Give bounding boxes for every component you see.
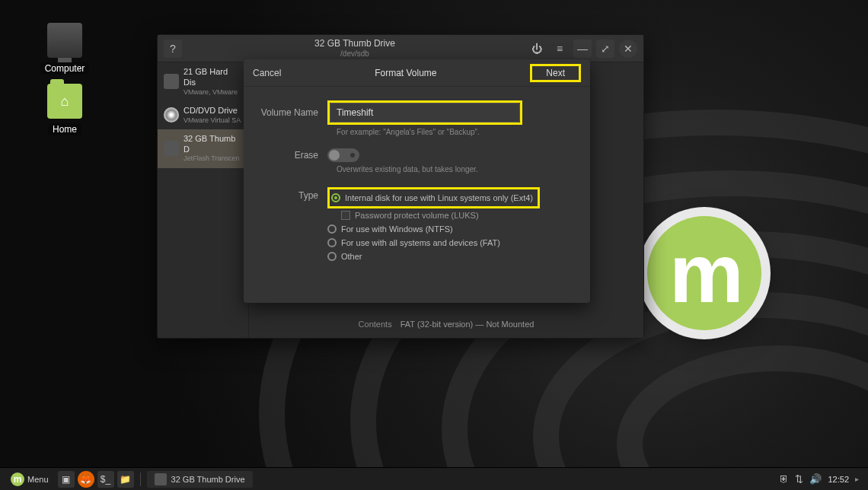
erase-hint: Overwrites existing data, but takes long…	[337, 165, 575, 173]
sound-tray-icon[interactable]: 🔊	[809, 473, 822, 485]
drive-icon	[155, 473, 167, 485]
checkbox-icon	[341, 211, 350, 220]
sidebar-item-harddisk[interactable]: 21 GB Hard Dis VMware, VMware	[158, 62, 248, 101]
radio-icon	[331, 193, 340, 202]
taskbar-task-disks[interactable]: 32 GB Thumb Drive	[147, 471, 253, 488]
help-icon[interactable]: ?	[164, 40, 182, 58]
type-label: Type	[259, 187, 327, 263]
checkbox-luks[interactable]: Password protect volume (LUKS)	[327, 208, 575, 222]
radio-fat[interactable]: For use with all systems and devices (FA…	[327, 236, 575, 250]
close-icon[interactable]: ✕	[619, 40, 637, 58]
network-tray-icon[interactable]: ⇅	[795, 473, 803, 485]
taskbar: m Menu ▣ 🦊 $_ 📁 32 GB Thumb Drive ⛨ ⇅ 🔊 …	[0, 467, 868, 490]
volume-name-label: Volume Name	[259, 107, 327, 118]
volume-name-hint: For example: "Angela's Files" or "Backup…	[337, 128, 575, 136]
folder-icon: ⌂	[47, 84, 82, 119]
mint-icon: m	[11, 473, 24, 486]
maximize-icon[interactable]: ⤢	[596, 40, 614, 58]
radio-icon	[327, 252, 337, 261]
erase-label: Erase	[259, 150, 327, 161]
cd-icon	[164, 107, 179, 123]
next-button[interactable]: Next	[534, 65, 577, 81]
computer-icon	[47, 23, 82, 58]
power-icon[interactable]: ⏻	[528, 40, 546, 58]
window-header: ? 32 GB Thumb Drive /dev/sdb ⏻ ≡ — ⤢ ✕	[158, 35, 643, 62]
desktop-icon-home[interactable]: ⌂ Home	[30, 84, 99, 135]
window-title: 32 GB Thumb Drive	[182, 38, 528, 49]
minimize-icon[interactable]: —	[573, 40, 592, 58]
device-sidebar: 21 GB Hard Dis VMware, VMware CD/DVD Dri…	[158, 62, 249, 338]
desktop-icon-computer[interactable]: Computer	[30, 23, 99, 75]
window-subtitle: /dev/sdb	[182, 49, 528, 59]
desktop-icon-label: Computer	[40, 62, 90, 75]
mint-logo: m	[647, 216, 761, 330]
radio-ext4[interactable]: Internal disk for use with Linux systems…	[331, 191, 533, 205]
desktop-icon-label: Home	[48, 123, 81, 135]
show-desktop-icon[interactable]: ▣	[58, 471, 75, 488]
sidebar-item-thumbdrive[interactable]: 32 GB Thumb D JetFlash Transcen	[158, 129, 248, 168]
terminal-icon[interactable]: $_	[97, 471, 114, 488]
sidebar-item-cddvd[interactable]: CD/DVD Drive VMware Virtual SA	[158, 101, 248, 129]
shield-tray-icon[interactable]: ⛨	[779, 473, 789, 485]
dialog-title: Format Volume	[281, 68, 530, 78]
files-icon[interactable]: 📁	[117, 471, 134, 488]
erase-toggle[interactable]	[327, 148, 359, 162]
harddisk-icon	[164, 74, 179, 89]
menu-button[interactable]: m Menu	[5, 471, 55, 488]
cancel-button[interactable]: Cancel	[253, 68, 281, 78]
radio-other[interactable]: Other	[327, 250, 575, 263]
hamburger-icon[interactable]: ≡	[550, 40, 569, 58]
volume-contents: Contents FAT (32-bit version) — Not Moun…	[249, 320, 643, 329]
format-volume-dialog: Cancel Format Volume Next Volume Name Fo…	[244, 59, 590, 303]
usb-icon	[164, 141, 179, 156]
volume-name-input[interactable]	[330, 103, 520, 123]
clock[interactable]: 12:52	[828, 475, 849, 484]
tray-overflow-icon[interactable]: ▸	[855, 475, 859, 483]
radio-icon	[327, 238, 337, 247]
radio-ntfs[interactable]: For use with Windows (NTFS)	[327, 222, 575, 236]
firefox-icon[interactable]: 🦊	[78, 471, 94, 488]
radio-icon	[327, 224, 337, 234]
